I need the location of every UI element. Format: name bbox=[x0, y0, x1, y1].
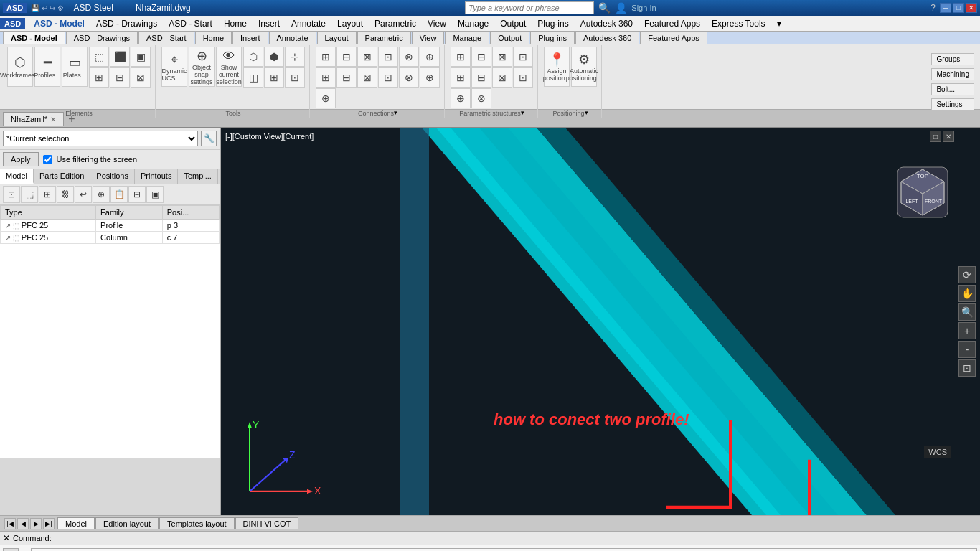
conn-icon-10[interactable]: ⊡ bbox=[378, 67, 398, 88]
ribbon-tab-plugins[interactable]: Plug-ins bbox=[530, 32, 575, 44]
ribbon-tab-start[interactable]: ASD - Start bbox=[138, 32, 194, 44]
connections-dropdown[interactable]: ▾ bbox=[394, 109, 397, 116]
param-icon-9[interactable]: ⊕ bbox=[451, 88, 471, 108]
tool-icon-3[interactable]: ⊹ bbox=[285, 47, 305, 67]
ribbon-tab-model[interactable]: ASD - Model bbox=[3, 32, 65, 44]
new-tab-button[interactable]: + bbox=[64, 110, 79, 128]
param-icon-1[interactable]: ⊞ bbox=[451, 47, 471, 67]
nav-pan-button[interactable]: ✋ bbox=[958, 285, 976, 302]
param-icon-2[interactable]: ⊟ bbox=[471, 47, 491, 67]
automatic-positioning-button[interactable]: ⚙ Automatic positioning... bbox=[571, 47, 597, 87]
filter-checkbox[interactable] bbox=[43, 155, 52, 164]
tool-icon-5[interactable]: ⊞ bbox=[264, 67, 284, 88]
conn-icon-1[interactable]: ⊞ bbox=[316, 47, 336, 67]
menu-asd-model[interactable]: ASD - Model bbox=[28, 17, 90, 30]
menu-annotate[interactable]: Annotate bbox=[286, 17, 331, 30]
el-icon-6[interactable]: ⊠ bbox=[131, 67, 151, 88]
panel-tab-printouts[interactable]: Printouts bbox=[135, 169, 178, 184]
ribbon-tab-view[interactable]: View bbox=[412, 32, 445, 44]
tool-icon-6[interactable]: ⊡ bbox=[285, 67, 305, 88]
menu-manage[interactable]: Manage bbox=[452, 17, 494, 30]
panel-tool-4[interactable]: ⛓ bbox=[57, 186, 74, 203]
bottom-tab-edition[interactable]: Edition layout bbox=[95, 517, 159, 529]
filter-select[interactable]: *Current selection bbox=[3, 131, 198, 146]
param-icon-5[interactable]: ⊞ bbox=[451, 67, 471, 88]
panel-tool-6[interactable]: ⊕ bbox=[93, 186, 110, 203]
panel-tool-2[interactable]: ⬚ bbox=[21, 186, 38, 203]
panel-tool-8[interactable]: ⊟ bbox=[128, 186, 146, 203]
param-icon-6[interactable]: ⊟ bbox=[471, 67, 491, 88]
machining-button[interactable]: Machining bbox=[931, 68, 974, 80]
param-icon-4[interactable]: ⊡ bbox=[513, 47, 533, 67]
ribbon-tab-home[interactable]: Home bbox=[195, 32, 232, 44]
command-input[interactable] bbox=[31, 548, 977, 551]
nav-zoom-button[interactable]: 🔍 bbox=[958, 303, 976, 321]
conn-icon-4[interactable]: ⊡ bbox=[378, 47, 398, 67]
ribbon-tab-featured[interactable]: Featured Apps bbox=[640, 32, 707, 44]
document-tab-nhazamil[interactable]: NhaZamil* ✕ bbox=[3, 112, 64, 126]
el-icon-5[interactable]: ⊟ bbox=[110, 67, 130, 88]
panel-tool-3[interactable]: ⊞ bbox=[39, 186, 56, 203]
tool-icon-2[interactable]: ⬢ bbox=[264, 47, 284, 67]
positioning-dropdown[interactable]: ▾ bbox=[585, 109, 588, 116]
menu-more[interactable]: ▾ bbox=[771, 17, 787, 30]
bottom-tab-dinh-vi-cot[interactable]: DINH VI COT bbox=[235, 517, 299, 529]
conn-icon-5[interactable]: ⊗ bbox=[399, 47, 419, 67]
conn-icon-2[interactable]: ⊟ bbox=[336, 47, 357, 67]
bottom-tab-templates[interactable]: Templates layout bbox=[159, 517, 235, 529]
el-icon-1[interactable]: ⬚ bbox=[89, 47, 109, 67]
menu-autodesk360[interactable]: Autodesk 360 bbox=[575, 17, 639, 30]
panel-tab-model[interactable]: Model bbox=[0, 169, 34, 184]
menu-output[interactable]: Output bbox=[494, 17, 532, 30]
settings-button[interactable]: Settings bbox=[931, 98, 974, 110]
menu-layout[interactable]: Layout bbox=[331, 17, 369, 30]
ribbon-tab-autodesk360[interactable]: Autodesk 360 bbox=[575, 32, 639, 44]
dynamic-ucs-button[interactable]: ⌖ Dynamic UCS bbox=[161, 47, 187, 87]
tab-nav-last[interactable]: ▶| bbox=[43, 518, 55, 529]
viewport[interactable]: [-][Custom View][Current] bbox=[221, 128, 980, 515]
conn-icon-3[interactable]: ⊠ bbox=[357, 47, 377, 67]
workframes-button[interactable]: ⬡ Workframes... bbox=[7, 47, 33, 87]
el-icon-3[interactable]: ▣ bbox=[131, 47, 151, 67]
apply-button[interactable]: Apply bbox=[3, 152, 39, 166]
filter-icon-button[interactable]: 🔧 bbox=[201, 131, 217, 146]
conn-icon-7[interactable]: ⊞ bbox=[316, 67, 336, 88]
object-snap-button[interactable]: ⊕ Object snap settings bbox=[189, 47, 215, 87]
param-icon-7[interactable]: ⊠ bbox=[492, 67, 512, 88]
conn-icon-12[interactable]: ⊕ bbox=[420, 67, 440, 88]
tab-nav-prev[interactable]: ◀ bbox=[17, 518, 29, 529]
search-icon[interactable]: 🔍 bbox=[598, 2, 611, 14]
menu-parametric[interactable]: Parametric bbox=[369, 17, 422, 30]
help-icon[interactable]: ? bbox=[930, 3, 936, 13]
table-row[interactable]: ↗ ⬚ PFC 25 Profile p 3 bbox=[1, 220, 220, 232]
ribbon-tab-manage[interactable]: Manage bbox=[445, 32, 489, 44]
conn-icon-6[interactable]: ⊕ bbox=[420, 47, 440, 67]
param-icon-10[interactable]: ⊗ bbox=[471, 88, 491, 108]
panel-tool-9[interactable]: ▣ bbox=[146, 186, 164, 203]
ribbon-tab-drawings[interactable]: ASD - Drawings bbox=[66, 32, 138, 44]
ribbon-tab-parametric[interactable]: Parametric bbox=[357, 32, 411, 44]
viewport-restore-button[interactable]: □ bbox=[930, 131, 941, 142]
el-icon-2[interactable]: ⬛ bbox=[110, 47, 130, 67]
nav-zoom-out-button[interactable]: - bbox=[958, 341, 976, 358]
menu-view[interactable]: View bbox=[422, 17, 452, 30]
menu-asd-start[interactable]: ASD - Start bbox=[163, 17, 218, 30]
groups-button[interactable]: Groups bbox=[931, 53, 974, 65]
keyword-search-input[interactable] bbox=[465, 1, 594, 14]
nav-extents-button[interactable]: ⊡ bbox=[958, 359, 976, 377]
panel-tab-templates[interactable]: Templ... bbox=[178, 169, 218, 184]
viewcube[interactable]: TOP LEFT FRONT bbox=[894, 164, 951, 221]
parametric-dropdown[interactable]: ▾ bbox=[521, 109, 524, 116]
minimize-button[interactable]: ─ bbox=[940, 3, 951, 13]
nav-zoom-in-button[interactable]: + bbox=[958, 322, 976, 339]
panel-tool-1[interactable]: ⊡ bbox=[3, 186, 20, 203]
viewport-close-button[interactable]: ✕ bbox=[943, 131, 954, 142]
menu-featuredapps[interactable]: Featured Apps bbox=[639, 17, 706, 30]
menu-expresstools[interactable]: Express Tools bbox=[706, 17, 771, 30]
command-close-button[interactable]: ✕ bbox=[3, 533, 10, 543]
conn-icon-13[interactable]: ⊕ bbox=[316, 88, 336, 108]
conn-icon-8[interactable]: ⊟ bbox=[336, 67, 357, 88]
panel-tab-positions[interactable]: Positions bbox=[90, 169, 135, 184]
doc-tab-close-icon[interactable]: ✕ bbox=[50, 116, 56, 123]
tab-nav-next[interactable]: ▶ bbox=[30, 518, 42, 529]
